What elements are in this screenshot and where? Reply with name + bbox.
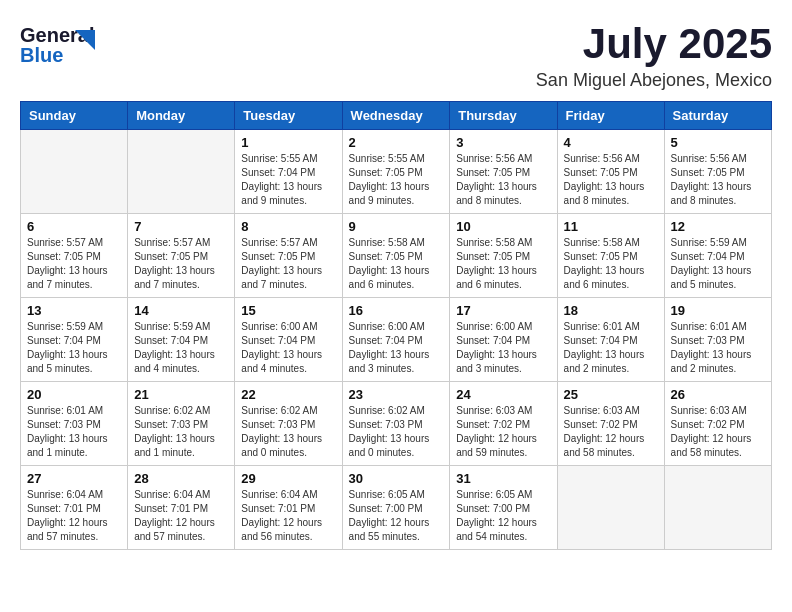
day-info: Sunrise: 6:03 AM Sunset: 7:02 PM Dayligh… <box>671 404 765 460</box>
day-info: Sunrise: 6:05 AM Sunset: 7:00 PM Dayligh… <box>456 488 550 544</box>
day-info: Sunrise: 5:55 AM Sunset: 7:05 PM Dayligh… <box>349 152 444 208</box>
day-info: Sunrise: 6:00 AM Sunset: 7:04 PM Dayligh… <box>349 320 444 376</box>
calendar-cell: 31Sunrise: 6:05 AM Sunset: 7:00 PM Dayli… <box>450 466 557 550</box>
day-info: Sunrise: 5:59 AM Sunset: 7:04 PM Dayligh… <box>134 320 228 376</box>
calendar-cell: 19Sunrise: 6:01 AM Sunset: 7:03 PM Dayli… <box>664 298 771 382</box>
day-number: 6 <box>27 219 121 234</box>
day-number: 8 <box>241 219 335 234</box>
calendar-cell: 7Sunrise: 5:57 AM Sunset: 7:05 PM Daylig… <box>128 214 235 298</box>
calendar-cell: 6Sunrise: 5:57 AM Sunset: 7:05 PM Daylig… <box>21 214 128 298</box>
day-number: 4 <box>564 135 658 150</box>
calendar-cell <box>664 466 771 550</box>
day-number: 21 <box>134 387 228 402</box>
day-number: 26 <box>671 387 765 402</box>
day-number: 30 <box>349 471 444 486</box>
column-header-thursday: Thursday <box>450 102 557 130</box>
calendar-cell: 18Sunrise: 6:01 AM Sunset: 7:04 PM Dayli… <box>557 298 664 382</box>
day-info: Sunrise: 5:58 AM Sunset: 7:05 PM Dayligh… <box>564 236 658 292</box>
day-number: 31 <box>456 471 550 486</box>
day-info: Sunrise: 5:56 AM Sunset: 7:05 PM Dayligh… <box>564 152 658 208</box>
day-info: Sunrise: 6:05 AM Sunset: 7:00 PM Dayligh… <box>349 488 444 544</box>
logo: General Blue <box>20 20 110 68</box>
day-info: Sunrise: 6:03 AM Sunset: 7:02 PM Dayligh… <box>456 404 550 460</box>
calendar-week-5: 27Sunrise: 6:04 AM Sunset: 7:01 PM Dayli… <box>21 466 772 550</box>
calendar-cell: 2Sunrise: 5:55 AM Sunset: 7:05 PM Daylig… <box>342 130 450 214</box>
logo-svg: General Blue <box>20 20 110 68</box>
day-number: 29 <box>241 471 335 486</box>
day-info: Sunrise: 6:03 AM Sunset: 7:02 PM Dayligh… <box>564 404 658 460</box>
calendar-cell: 10Sunrise: 5:58 AM Sunset: 7:05 PM Dayli… <box>450 214 557 298</box>
calendar-cell: 28Sunrise: 6:04 AM Sunset: 7:01 PM Dayli… <box>128 466 235 550</box>
day-number: 10 <box>456 219 550 234</box>
day-number: 24 <box>456 387 550 402</box>
day-number: 13 <box>27 303 121 318</box>
day-info: Sunrise: 5:58 AM Sunset: 7:05 PM Dayligh… <box>349 236 444 292</box>
day-number: 19 <box>671 303 765 318</box>
calendar-cell: 11Sunrise: 5:58 AM Sunset: 7:05 PM Dayli… <box>557 214 664 298</box>
calendar-cell: 14Sunrise: 5:59 AM Sunset: 7:04 PM Dayli… <box>128 298 235 382</box>
day-number: 9 <box>349 219 444 234</box>
calendar-cell <box>557 466 664 550</box>
calendar-cell: 13Sunrise: 5:59 AM Sunset: 7:04 PM Dayli… <box>21 298 128 382</box>
day-number: 3 <box>456 135 550 150</box>
calendar-cell: 1Sunrise: 5:55 AM Sunset: 7:04 PM Daylig… <box>235 130 342 214</box>
calendar-cell: 21Sunrise: 6:02 AM Sunset: 7:03 PM Dayli… <box>128 382 235 466</box>
calendar-cell: 23Sunrise: 6:02 AM Sunset: 7:03 PM Dayli… <box>342 382 450 466</box>
day-number: 11 <box>564 219 658 234</box>
day-info: Sunrise: 5:58 AM Sunset: 7:05 PM Dayligh… <box>456 236 550 292</box>
day-info: Sunrise: 6:00 AM Sunset: 7:04 PM Dayligh… <box>456 320 550 376</box>
calendar-cell: 24Sunrise: 6:03 AM Sunset: 7:02 PM Dayli… <box>450 382 557 466</box>
title-block: July 2025 San Miguel Abejones, Mexico <box>536 20 772 91</box>
calendar-cell: 17Sunrise: 6:00 AM Sunset: 7:04 PM Dayli… <box>450 298 557 382</box>
calendar-cell: 20Sunrise: 6:01 AM Sunset: 7:03 PM Dayli… <box>21 382 128 466</box>
day-number: 28 <box>134 471 228 486</box>
day-number: 1 <box>241 135 335 150</box>
main-title: July 2025 <box>536 20 772 68</box>
day-info: Sunrise: 5:57 AM Sunset: 7:05 PM Dayligh… <box>241 236 335 292</box>
calendar-cell: 12Sunrise: 5:59 AM Sunset: 7:04 PM Dayli… <box>664 214 771 298</box>
day-number: 25 <box>564 387 658 402</box>
day-info: Sunrise: 6:02 AM Sunset: 7:03 PM Dayligh… <box>349 404 444 460</box>
day-info: Sunrise: 5:57 AM Sunset: 7:05 PM Dayligh… <box>27 236 121 292</box>
calendar-week-3: 13Sunrise: 5:59 AM Sunset: 7:04 PM Dayli… <box>21 298 772 382</box>
day-info: Sunrise: 6:01 AM Sunset: 7:04 PM Dayligh… <box>564 320 658 376</box>
day-info: Sunrise: 6:04 AM Sunset: 7:01 PM Dayligh… <box>27 488 121 544</box>
calendar-cell: 8Sunrise: 5:57 AM Sunset: 7:05 PM Daylig… <box>235 214 342 298</box>
day-info: Sunrise: 6:01 AM Sunset: 7:03 PM Dayligh… <box>27 404 121 460</box>
day-number: 14 <box>134 303 228 318</box>
day-info: Sunrise: 5:55 AM Sunset: 7:04 PM Dayligh… <box>241 152 335 208</box>
calendar-cell <box>128 130 235 214</box>
calendar-header-row: SundayMondayTuesdayWednesdayThursdayFrid… <box>21 102 772 130</box>
day-info: Sunrise: 6:04 AM Sunset: 7:01 PM Dayligh… <box>241 488 335 544</box>
column-header-sunday: Sunday <box>21 102 128 130</box>
column-header-friday: Friday <box>557 102 664 130</box>
day-info: Sunrise: 6:02 AM Sunset: 7:03 PM Dayligh… <box>134 404 228 460</box>
calendar-cell: 9Sunrise: 5:58 AM Sunset: 7:05 PM Daylig… <box>342 214 450 298</box>
calendar-cell: 30Sunrise: 6:05 AM Sunset: 7:00 PM Dayli… <box>342 466 450 550</box>
day-number: 23 <box>349 387 444 402</box>
svg-text:Blue: Blue <box>20 44 63 66</box>
calendar-cell: 26Sunrise: 6:03 AM Sunset: 7:02 PM Dayli… <box>664 382 771 466</box>
day-number: 5 <box>671 135 765 150</box>
day-info: Sunrise: 5:59 AM Sunset: 7:04 PM Dayligh… <box>27 320 121 376</box>
calendar-table: SundayMondayTuesdayWednesdayThursdayFrid… <box>20 101 772 550</box>
calendar-cell: 16Sunrise: 6:00 AM Sunset: 7:04 PM Dayli… <box>342 298 450 382</box>
calendar-week-4: 20Sunrise: 6:01 AM Sunset: 7:03 PM Dayli… <box>21 382 772 466</box>
column-header-tuesday: Tuesday <box>235 102 342 130</box>
calendar-cell: 29Sunrise: 6:04 AM Sunset: 7:01 PM Dayli… <box>235 466 342 550</box>
page-header: General Blue July 2025 San Miguel Abejon… <box>20 20 772 91</box>
column-header-monday: Monday <box>128 102 235 130</box>
day-number: 2 <box>349 135 444 150</box>
day-number: 16 <box>349 303 444 318</box>
column-header-saturday: Saturday <box>664 102 771 130</box>
calendar-week-1: 1Sunrise: 5:55 AM Sunset: 7:04 PM Daylig… <box>21 130 772 214</box>
day-info: Sunrise: 6:02 AM Sunset: 7:03 PM Dayligh… <box>241 404 335 460</box>
day-number: 12 <box>671 219 765 234</box>
day-number: 20 <box>27 387 121 402</box>
day-info: Sunrise: 5:59 AM Sunset: 7:04 PM Dayligh… <box>671 236 765 292</box>
calendar-cell: 25Sunrise: 6:03 AM Sunset: 7:02 PM Dayli… <box>557 382 664 466</box>
day-number: 22 <box>241 387 335 402</box>
day-info: Sunrise: 6:04 AM Sunset: 7:01 PM Dayligh… <box>134 488 228 544</box>
calendar-cell: 3Sunrise: 5:56 AM Sunset: 7:05 PM Daylig… <box>450 130 557 214</box>
subtitle: San Miguel Abejones, Mexico <box>536 70 772 91</box>
